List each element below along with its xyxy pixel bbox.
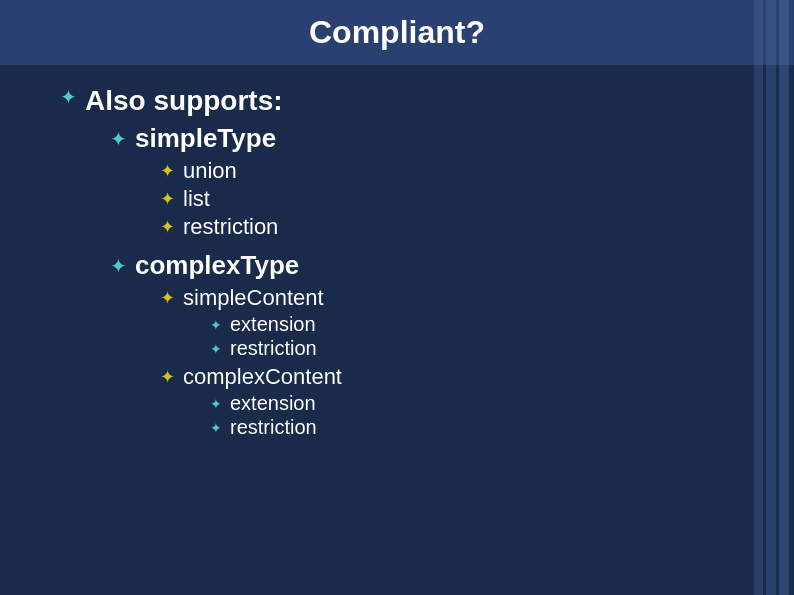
page-title: Compliant? <box>20 14 774 51</box>
restriction-simplecontent-bullet: ✦ <box>210 341 222 357</box>
union-bullet: ✦ <box>160 160 175 182</box>
title-bar: Compliant? <box>0 0 794 65</box>
restriction-simpletype-item: ✦ restriction <box>160 214 734 240</box>
simpletype-item: ✦ simpleType <box>110 123 734 154</box>
restriction-complexcontent-label: restriction <box>230 416 317 439</box>
extension-simplecontent-label: extension <box>230 313 316 336</box>
level1-item: ✦ Also supports: <box>60 85 734 117</box>
restriction-simplecontent-item: ✦ restriction <box>210 337 734 360</box>
restriction-simpletype-bullet: ✦ <box>160 216 175 238</box>
restriction-complexcontent-bullet: ✦ <box>210 420 222 436</box>
simplecontent-label: simpleContent <box>183 285 324 311</box>
simplecontent-item: ✦ simpleContent <box>160 285 734 311</box>
extension-simplecontent-bullet: ✦ <box>210 317 222 333</box>
union-item: ✦ union <box>160 158 734 184</box>
complexcontent-bullet: ✦ <box>160 366 175 388</box>
extension-complexcontent-label: extension <box>230 392 316 415</box>
list-item: ✦ list <box>160 186 734 212</box>
list-label: list <box>183 186 210 212</box>
complextype-item: ✦ complexType <box>110 250 734 281</box>
restriction-simpletype-label: restriction <box>183 214 278 240</box>
simpletype-bullet: ✦ <box>110 127 127 151</box>
list-bullet: ✦ <box>160 188 175 210</box>
simpletype-label: simpleType <box>135 123 276 154</box>
simplecontent-bullet: ✦ <box>160 287 175 309</box>
decorative-stripes <box>754 0 794 595</box>
extension-complexcontent-bullet: ✦ <box>210 396 222 412</box>
restriction-complexcontent-item: ✦ restriction <box>210 416 734 439</box>
restriction-simplecontent-label: restriction <box>230 337 317 360</box>
extension-simplecontent-item: ✦ extension <box>210 313 734 336</box>
level1-text: Also supports: <box>85 85 283 117</box>
level1-bullet: ✦ <box>60 85 77 109</box>
complexcontent-item: ✦ complexContent <box>160 364 734 390</box>
union-label: union <box>183 158 237 184</box>
extension-complexcontent-item: ✦ extension <box>210 392 734 415</box>
complexcontent-label: complexContent <box>183 364 342 390</box>
main-content: ✦ Also supports: ✦ simpleType ✦ union ✦ … <box>0 75 794 450</box>
complextype-label: complexType <box>135 250 299 281</box>
complextype-bullet: ✦ <box>110 254 127 278</box>
